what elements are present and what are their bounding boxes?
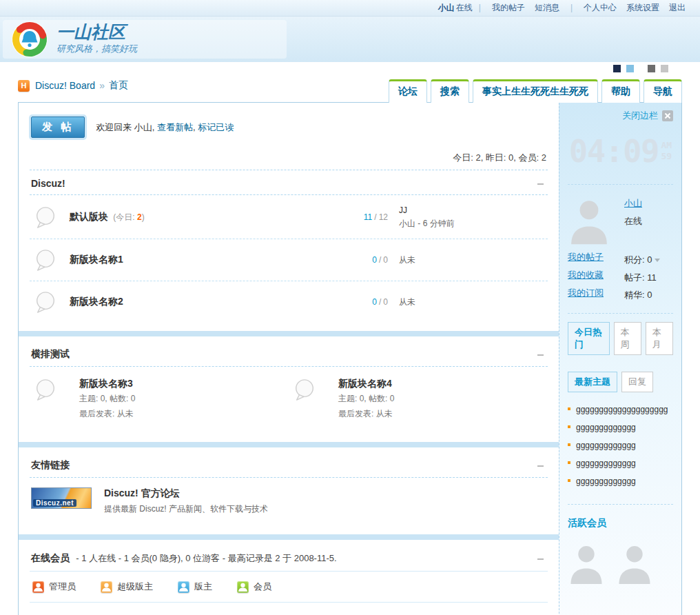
tab-hot-week[interactable]: 本周	[614, 322, 641, 355]
sidebar-close-row: 关闭边栏	[568, 110, 673, 122]
online-member-list: 小山	[30, 603, 548, 615]
forum-columns: 新版块名称3 主题: 0, 帖数: 0 最后发表: 从未 新版块名称4	[30, 367, 548, 434]
breadcrumb-current-link[interactable]: 首页	[109, 79, 128, 92]
board-stats: 今日: 2, 昨日: 0, 会员: 2	[31, 152, 546, 164]
topic-link[interactable]: ggggggggggggg	[576, 441, 636, 450]
post-count: 0	[383, 297, 388, 307]
forum-name-link[interactable]: 新版块名称1	[70, 254, 123, 265]
theme-swatch-silver[interactable]	[661, 65, 668, 72]
topic-count: 0	[372, 297, 377, 307]
tab-search[interactable]: 搜索	[431, 79, 469, 103]
breadcrumb-separator: »	[99, 80, 105, 91]
breadcrumb-root-link[interactable]: Discuz! Board	[35, 80, 95, 91]
theme-swatch-blue[interactable]	[626, 65, 634, 72]
forum-stats: 0/0	[338, 297, 399, 307]
welcome-row: 发 帖 欢迎回来 小山, 查看新帖, 标记已读	[31, 117, 548, 138]
userbar-logout-link[interactable]: 退出	[669, 3, 686, 12]
topic-link[interactable]: ggggggggggggg	[576, 458, 636, 468]
post-count: 0	[383, 255, 388, 265]
tab-hot-today[interactable]: 今日热门	[568, 322, 610, 355]
chevron-down-icon[interactable]	[655, 259, 660, 262]
section-divider	[19, 442, 559, 447]
userbar-settings-link[interactable]: 系统设置	[626, 3, 659, 12]
forum-today-count: 2	[137, 212, 142, 222]
slash: /	[379, 297, 381, 307]
legend-label: 管理员	[49, 581, 76, 593]
mark-read-link[interactable]: 标记已读	[198, 122, 234, 132]
tab-latest-replies[interactable]: 回复	[621, 372, 653, 392]
forum-row-new2: 新版块名称2 0/0 从未	[30, 281, 548, 323]
userbar-profile-link[interactable]: 个人中心	[584, 3, 617, 12]
topic-link[interactable]: ggggggggggggg	[576, 476, 636, 486]
active-members-avatars	[568, 541, 673, 583]
friend-link-banner[interactable]: Discuz.net	[31, 487, 92, 509]
friend-link-row: Discuz.net Discuz! 官方论坛 提供最新 Discuz! 产品新…	[30, 478, 548, 526]
sidebar-username-link[interactable]: 小山	[624, 198, 642, 208]
topic-link[interactable]: ggggggggggggg	[576, 423, 636, 432]
forum-name-link[interactable]: 新版块名称3	[79, 378, 133, 389]
category-header: 横排测试	[30, 342, 548, 367]
forum-today-prefix: (今日:	[113, 212, 137, 222]
avatar[interactable]	[568, 541, 605, 583]
home-icon[interactable]: H	[18, 80, 30, 92]
userbar-my-posts-link[interactable]: 我的帖子	[492, 3, 525, 12]
section-divider	[19, 331, 559, 336]
collapse-icon[interactable]	[536, 554, 545, 563]
tab-latest-topics[interactable]: 最新主题	[568, 372, 617, 392]
forum-bubble-icon	[34, 378, 57, 401]
posts-value: 11	[647, 272, 657, 283]
lastpost-meta: 从未	[399, 254, 546, 267]
forum-name-link[interactable]: 新版块名称2	[70, 296, 123, 307]
userbar-username-link[interactable]: 小山	[438, 3, 455, 12]
tab-forum[interactable]: 论坛	[389, 79, 427, 103]
sidebar-user-status: 在线	[624, 215, 673, 228]
close-sidebar-link[interactable]: 关闭边栏	[622, 110, 658, 122]
clock-time: 04:09	[569, 139, 659, 165]
site-logo-icon[interactable]	[11, 21, 48, 58]
forum-cell-lastpost: 最后发表: 从未	[338, 407, 394, 422]
collapse-icon[interactable]	[536, 350, 545, 359]
lastpost-title-link[interactable]: JJ	[399, 205, 407, 215]
view-new-posts-link[interactable]: 查看新帖	[157, 122, 193, 132]
forum-bubble-icon	[293, 378, 316, 401]
forum-stats: 11/12	[338, 212, 399, 222]
category-title-link[interactable]: 横排测试	[31, 348, 70, 361]
collapse-icon[interactable]	[536, 179, 545, 188]
theme-swatch-navy[interactable]	[613, 65, 621, 72]
my-subscriptions-link[interactable]: 我的订阅	[568, 287, 620, 299]
tab-custom[interactable]: 事实上生生死死生生死死	[473, 79, 598, 103]
category-header: 友情链接	[30, 453, 548, 478]
category-header: Discuz!	[30, 170, 548, 195]
welcome-text: 欢迎回来 小山, 查看新帖, 标记已读	[96, 121, 234, 134]
my-posts-link[interactable]: 我的帖子	[568, 251, 620, 263]
avatar[interactable]	[616, 541, 653, 583]
topic-count: 0	[372, 255, 377, 265]
theme-swatch-gray[interactable]	[648, 65, 655, 72]
active-members-title: 活跃会员	[568, 517, 673, 530]
my-favorites-link[interactable]: 我的收藏	[568, 269, 620, 281]
avatar[interactable]	[568, 194, 610, 244]
tab-navigation[interactable]: 导航	[644, 79, 682, 103]
legend-admin: 管理员	[32, 581, 76, 593]
collapse-icon[interactable]	[536, 461, 545, 470]
topic-link[interactable]: gggggggggggggggggggg	[576, 405, 668, 414]
bullet-icon	[568, 461, 570, 464]
clock-seconds: 59	[661, 151, 672, 162]
topic-list-item: gggggggggggggggggggg	[568, 401, 673, 419]
forum-name-link[interactable]: 新版块名称4	[338, 378, 392, 389]
section-divider	[19, 534, 559, 540]
new-post-button[interactable]: 发 帖	[31, 117, 85, 138]
userbar-messages-link[interactable]: 短消息	[535, 3, 559, 12]
active-members-block: 活跃会员	[568, 504, 673, 583]
super-mod-group-icon	[101, 581, 112, 593]
forum-bubble-icon	[34, 248, 57, 272]
tab-hot-month[interactable]: 本月	[646, 322, 673, 355]
close-icon[interactable]	[662, 110, 673, 121]
tab-help[interactable]: 帮助	[601, 79, 640, 103]
forum-name-link[interactable]: 默认版块	[70, 211, 108, 222]
style-switcher	[610, 65, 668, 74]
friend-link-title[interactable]: Discuz! 官方论坛	[104, 487, 180, 498]
friend-link-banner-text: Discuz.net	[33, 499, 76, 507]
credit-label: 积分:	[624, 254, 645, 265]
category-title-link[interactable]: Discuz!	[31, 178, 65, 189]
